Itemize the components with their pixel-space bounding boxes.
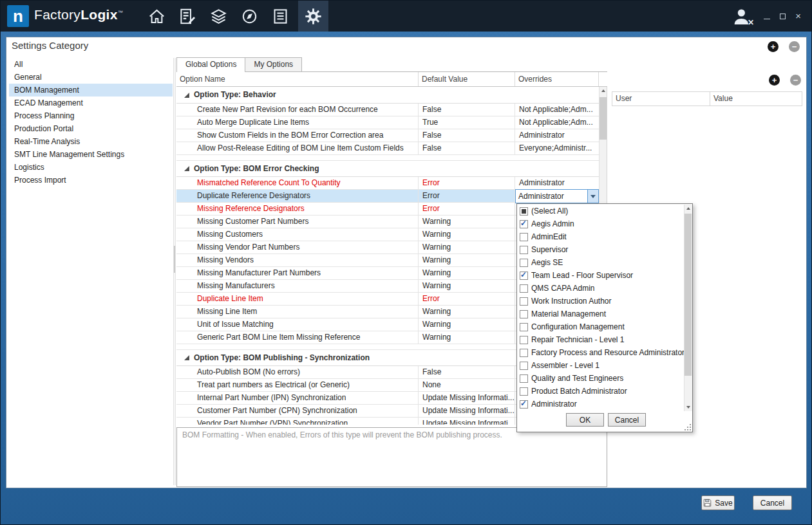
chevron-down-icon[interactable]	[587, 190, 598, 203]
tracking-icon[interactable]	[240, 7, 258, 25]
scrollbar-thumb[interactable]	[685, 214, 692, 376]
dropdown-scrollbar[interactable]	[684, 205, 692, 411]
table-row[interactable]: Option Type: BOM Error Checking	[176, 160, 599, 177]
default-value-cell: False	[419, 142, 515, 154]
option-name-cell: Missing Vendor Part Numbers	[176, 241, 419, 253]
ok-button[interactable]: OK	[566, 413, 604, 427]
add-category-override-button[interactable]	[768, 41, 779, 52]
cancel-button[interactable]: Cancel	[753, 495, 792, 510]
role-option[interactable]: Team Lead - Floor Supervisor	[517, 269, 684, 282]
option-name-text: Missing Line Item	[197, 306, 257, 318]
splitter-thumb[interactable]	[174, 246, 175, 273]
user-logout-icon[interactable]: ✕	[732, 6, 752, 27]
role-label: (Select All)	[531, 207, 568, 216]
role-option[interactable]: Material Management	[517, 308, 684, 320]
remove-user-override-button[interactable]	[790, 75, 801, 86]
role-option[interactable]: Product Batch Administrator	[517, 385, 684, 398]
sidebar-item[interactable]: All	[9, 58, 173, 71]
checkbox-icon[interactable]	[520, 297, 528, 306]
checkbox-icon[interactable]	[520, 259, 528, 267]
default-value-cell: Error	[419, 177, 515, 189]
options-table-header: Option Name Default Value Overrides	[176, 72, 607, 87]
sidebar-item[interactable]: SMT Line Management Settings	[9, 148, 173, 161]
role-option[interactable]: Supervisor	[517, 243, 684, 256]
role-option[interactable]: Administrator	[517, 398, 684, 410]
scrollbar-thumb[interactable]	[600, 97, 607, 140]
column-header[interactable]: User	[612, 92, 710, 106]
table-row[interactable]: Show Custom Fields in the BOM Error Corr…	[176, 129, 599, 142]
role-option[interactable]: Work Instruction Author	[517, 295, 684, 308]
column-header[interactable]: Value	[710, 92, 802, 106]
sidebar-splitter[interactable]	[173, 58, 176, 485]
role-option[interactable]: AdminEdit	[517, 230, 684, 243]
checkbox-icon[interactable]	[520, 220, 528, 228]
scroll-down-icon[interactable]	[685, 403, 692, 411]
column-header[interactable]: Default Value	[419, 72, 515, 86]
table-row[interactable]: Allow Post-Release Editing of BOM Line I…	[176, 142, 599, 155]
close-icon[interactable]	[795, 12, 801, 20]
column-header[interactable]: Option Name	[176, 72, 419, 86]
scroll-up-icon[interactable]	[685, 205, 692, 213]
checkbox-icon[interactable]	[520, 284, 528, 293]
checkbox-icon[interactable]	[520, 233, 528, 241]
home-icon[interactable]	[147, 7, 165, 25]
group-expander-icon[interactable]	[184, 355, 189, 360]
role-option[interactable]: QMS CAPA Admin	[517, 282, 684, 295]
sidebar-item[interactable]: Real-Time Analysis	[9, 135, 173, 148]
table-row[interactable]: Option Type: Behavior	[176, 87, 599, 104]
overrides-combobox[interactable]: Administrator	[515, 189, 599, 203]
sidebar-item[interactable]: Process Planning	[9, 109, 173, 122]
sidebar-item[interactable]: General	[9, 71, 173, 84]
sidebar-item[interactable]: Production Portal	[9, 122, 173, 135]
sidebar-item[interactable]: Process Import	[9, 174, 173, 187]
checkbox-icon[interactable]	[520, 272, 528, 280]
maximize-icon[interactable]	[780, 14, 786, 19]
add-user-override-button[interactable]	[769, 75, 780, 86]
role-label: Material Management	[531, 309, 606, 318]
settings-gear-icon[interactable]	[305, 7, 323, 25]
checkbox-icon[interactable]	[520, 362, 528, 370]
checkbox-icon[interactable]	[520, 310, 528, 318]
tab[interactable]: Global Options	[176, 57, 245, 72]
checkbox-icon[interactable]	[520, 349, 528, 357]
option-name-text: Missing Reference Designators	[197, 203, 305, 215]
scroll-up-icon[interactable]	[600, 87, 607, 95]
group-expander-icon[interactable]	[184, 166, 189, 171]
table-row[interactable]: Mismatched Reference Count To Quantity E…	[176, 177, 599, 190]
column-header[interactable]: Overrides	[515, 72, 599, 86]
bom-editor-icon[interactable]	[178, 7, 196, 25]
sidebar-item[interactable]: Logistics	[9, 161, 173, 174]
sidebar-item[interactable]: BOM Management	[9, 84, 173, 97]
table-row[interactable]: Auto Merge Duplicate Line Items True Not…	[176, 116, 599, 129]
tab[interactable]: My Options	[245, 57, 302, 71]
checkbox-icon[interactable]	[520, 374, 528, 383]
option-name-cell: Mismatched Reference Count To Quantity	[176, 177, 419, 189]
resize-grip[interactable]	[685, 424, 691, 430]
role-option[interactable]: Assembler - Level 1	[517, 359, 684, 372]
save-button[interactable]: Save	[701, 495, 735, 510]
checkbox-icon[interactable]	[520, 323, 528, 331]
option-name-cell: Missing Manufacturer Part Numbers	[176, 267, 419, 279]
documents-icon[interactable]	[271, 7, 289, 25]
group-expander-icon[interactable]	[184, 93, 189, 98]
role-option[interactable]: (Select All)	[517, 205, 684, 217]
checkbox-icon[interactable]	[520, 207, 528, 216]
sidebar-item[interactable]: ECAD Management	[9, 97, 173, 109]
remove-category-override-button[interactable]	[789, 41, 800, 52]
role-option[interactable]: Repair Technician - Level 1	[517, 333, 684, 346]
checkbox-icon[interactable]	[520, 246, 528, 254]
role-option[interactable]: Aegis SE	[517, 256, 684, 269]
table-row[interactable]: Create New Part Revision for each BOM Oc…	[176, 104, 599, 116]
role-option[interactable]: Factory Process and Resource Administrat…	[517, 346, 684, 359]
materials-icon[interactable]	[209, 7, 227, 25]
checkbox-icon[interactable]	[520, 336, 528, 344]
settings-nav-active-tab[interactable]	[298, 1, 328, 32]
dropdown-cancel-button[interactable]: Cancel	[608, 413, 646, 427]
overrides-cell: Administrator	[515, 129, 599, 142]
minimize-icon[interactable]	[764, 19, 770, 19]
role-option[interactable]: Aegis Admin	[517, 217, 684, 230]
checkbox-icon[interactable]	[520, 387, 528, 396]
role-option[interactable]: Configuration Management	[517, 320, 684, 333]
role-option[interactable]: Quality and Test Engineers	[517, 372, 684, 385]
checkbox-icon[interactable]	[520, 400, 528, 409]
